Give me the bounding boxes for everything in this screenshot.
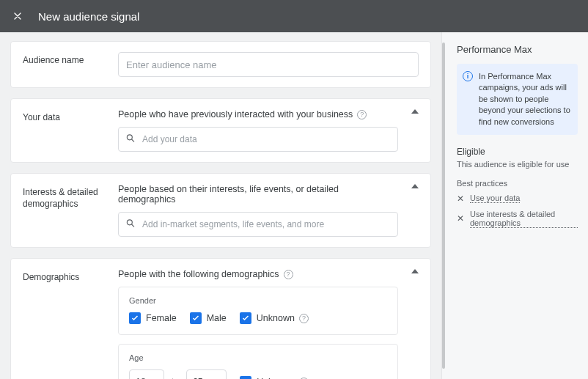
- scrollbar[interactable]: [442, 43, 445, 369]
- eligible-text: This audience is eligible for use: [457, 160, 578, 169]
- side-panel: Performance Max i In Performance Max cam…: [441, 32, 588, 379]
- gender-title: Gender: [129, 296, 387, 305]
- help-icon[interactable]: ?: [284, 270, 293, 279]
- card-demographics: Demographics People with the following d…: [10, 258, 431, 379]
- age-title: Age: [129, 353, 387, 362]
- checkbox-checked-icon: [190, 312, 202, 324]
- side-title: Performance Max: [457, 44, 578, 55]
- checkbox-checked-icon: [240, 312, 251, 324]
- help-icon[interactable]: ?: [299, 314, 309, 323]
- audience-name-input[interactable]: [118, 52, 419, 77]
- x-icon: ✕: [457, 194, 464, 204]
- desc-your-data: People who have previously interacted wi…: [118, 109, 353, 119]
- checkbox-checked-icon: [240, 376, 251, 379]
- help-icon[interactable]: ?: [357, 110, 367, 119]
- gender-male-checkbox[interactable]: Male: [190, 312, 227, 324]
- svg-line-3: [132, 224, 134, 227]
- gender-box: Gender Female Male: [118, 287, 398, 335]
- collapse-demographics[interactable]: [398, 269, 419, 273]
- age-box: Age 18 to 65+: [118, 344, 398, 379]
- main-panel: Audience name Your data People who have …: [0, 32, 441, 379]
- label-audience-name: Audience name: [23, 52, 118, 67]
- svg-point-2: [127, 220, 132, 225]
- modal-header: New audience signal: [0, 0, 588, 32]
- your-data-input[interactable]: [118, 127, 398, 152]
- eligible-title: Eligible: [457, 147, 578, 157]
- card-interests: Interests & detailed demographics People…: [10, 173, 431, 248]
- chevron-up-icon: [411, 109, 419, 114]
- svg-point-0: [127, 135, 132, 140]
- card-audience-name: Audience name: [10, 41, 431, 88]
- card-your-data: Your data People who have previously int…: [10, 98, 431, 163]
- interests-input[interactable]: [118, 212, 398, 237]
- gender-unknown-checkbox[interactable]: Unknown ?: [240, 312, 309, 324]
- close-icon[interactable]: [10, 9, 25, 23]
- search-icon: [125, 218, 136, 231]
- chevron-up-icon: [411, 269, 419, 273]
- info-box: i In Performance Max campaigns, your ads…: [457, 64, 578, 135]
- label-interests: Interests & detailed demographics: [23, 184, 118, 210]
- age-to-select[interactable]: 65+: [186, 369, 227, 379]
- search-icon: [125, 133, 136, 146]
- gender-female-checkbox[interactable]: Female: [129, 312, 177, 324]
- label-your-data: Your data: [23, 109, 118, 124]
- label-demographics: Demographics: [23, 269, 118, 284]
- best-practice-item[interactable]: ✕ Use interests & detailed demographics: [457, 210, 578, 228]
- x-icon: ✕: [457, 213, 464, 224]
- best-practice-item[interactable]: ✕ Use your data: [457, 194, 578, 204]
- checkbox-checked-icon: [129, 312, 141, 324]
- info-text: In Performance Max campaigns, your ads w…: [479, 72, 570, 126]
- info-icon: i: [463, 71, 473, 81]
- modal-title: New audience signal: [38, 10, 139, 23]
- age-unknown-checkbox[interactable]: Unknown ?: [240, 376, 309, 379]
- age-from-select[interactable]: 18: [129, 369, 164, 379]
- chevron-up-icon: [411, 184, 419, 188]
- best-practices-title: Best practices: [457, 179, 578, 188]
- svg-line-1: [132, 139, 134, 141]
- desc-demographics: People with the following demographics: [118, 269, 279, 279]
- desc-interests: People based on their interests, life ev…: [118, 184, 398, 205]
- collapse-your-data[interactable]: [398, 109, 419, 114]
- collapse-interests[interactable]: [398, 184, 419, 188]
